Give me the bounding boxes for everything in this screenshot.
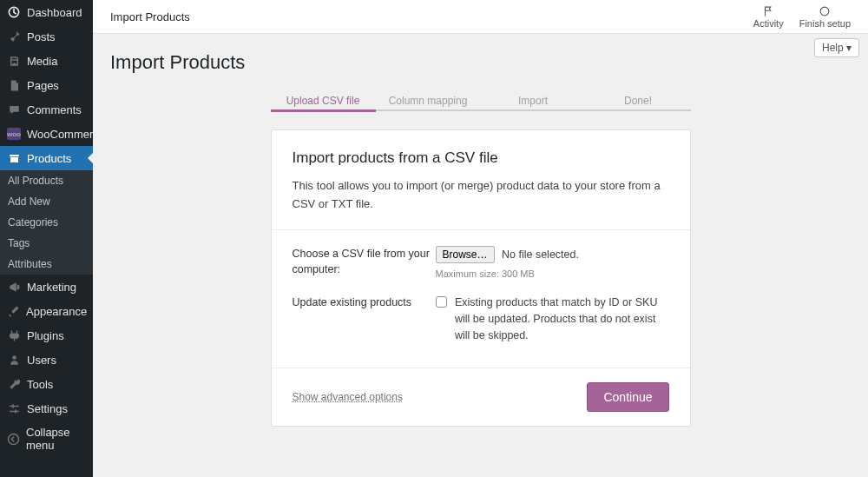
step-import: Import (481, 95, 586, 114)
submenu-categories[interactable]: Categories (0, 212, 93, 233)
card-title-rest: from a CSV file (398, 149, 497, 166)
menu-settings[interactable]: Settings (0, 396, 93, 421)
step-upload: Upload CSV file (271, 95, 376, 114)
menu-collapse[interactable]: Collapse menu (0, 421, 93, 457)
flag-icon (761, 5, 775, 17)
user-icon (7, 353, 21, 367)
card-title: Import products from a CSV file (293, 149, 669, 167)
activity-label: Activity (753, 18, 784, 29)
content-wrap: Import Products Upload CSV file Column m… (93, 34, 868, 442)
card-footer: Show advanced options Continue (272, 368, 690, 426)
field-update-control: Existing products that match by ID or SK… (436, 295, 669, 345)
field-file: Choose a CSV file from your computer: Br… (293, 246, 669, 279)
media-icon (7, 54, 21, 68)
step-done: Done! (586, 95, 691, 114)
menu-label: Products (27, 152, 71, 165)
card-header: Import products from a CSV file This too… (272, 130, 690, 230)
dashboard-icon (7, 5, 21, 19)
browse-button[interactable]: Browse… (436, 246, 495, 263)
menu-label: Posts (27, 30, 56, 43)
progress-steps: Upload CSV file Column mapping Import Do… (271, 95, 691, 114)
topbar: Import Products Activity Finish setup (93, 0, 868, 34)
svg-point-0 (12, 355, 16, 360)
field-file-label: Choose a CSV file from your computer: (293, 246, 436, 279)
step-label: Upload CSV file (271, 95, 376, 107)
menu-label: Plugins (27, 329, 64, 342)
menu-label: Comments (27, 103, 82, 116)
file-status-text: No file selected. (502, 248, 579, 261)
card-description: This tool allows you to import (or merge… (293, 177, 669, 214)
brush-icon (7, 304, 20, 318)
submenu-tags[interactable]: Tags (0, 233, 93, 254)
menu-label: Users (27, 354, 56, 367)
finish-setup-label: Finish setup (799, 18, 851, 29)
products-submenu: All Products Add New Categories Tags Att… (0, 170, 93, 275)
admin-sidebar: Dashboard Posts Media Pages Comments woo… (0, 0, 93, 477)
comment-icon (7, 103, 21, 116)
circle-icon (818, 5, 832, 17)
breadcrumb: Import Products (110, 10, 190, 23)
page-icon (7, 78, 21, 92)
update-desc-text: Existing products that match by ID or SK… (455, 295, 667, 345)
menu-products[interactable]: Products (0, 146, 93, 170)
page-title: Import Products (110, 51, 851, 74)
menu-label: Dashboard (27, 6, 82, 19)
card-body: Choose a CSV file from your computer: Br… (272, 230, 690, 368)
megaphone-icon (7, 280, 21, 294)
continue-button[interactable]: Continue (587, 382, 668, 412)
wrench-icon (7, 377, 21, 391)
step-mapping: Column mapping (376, 95, 481, 114)
menu-label: Tools (27, 378, 53, 391)
field-update: Update existing products Existing produc… (293, 295, 669, 345)
menu-marketing[interactable]: Marketing (0, 275, 93, 299)
plug-icon (7, 328, 21, 342)
submenu-attributes[interactable]: Attributes (0, 254, 93, 275)
sliders-icon (7, 401, 21, 415)
menu-label: Pages (27, 79, 59, 92)
menu-label: Media (27, 55, 57, 68)
activity-button[interactable]: Activity (753, 5, 784, 29)
menu-label: Settings (27, 402, 68, 415)
main-area: Import Products Activity Finish setup He… (93, 0, 868, 477)
submenu-all-products[interactable]: All Products (0, 170, 93, 191)
max-size-text: Maximum size: 300 MB (436, 268, 669, 279)
submenu-add-new[interactable]: Add New (0, 191, 93, 212)
menu-posts[interactable]: Posts (0, 24, 93, 49)
woo-icon: woo (7, 127, 21, 141)
archive-icon (7, 151, 21, 165)
menu-dashboard[interactable]: Dashboard (0, 0, 93, 24)
menu-pages[interactable]: Pages (0, 73, 93, 97)
import-card: Import products from a CSV file This too… (271, 129, 691, 427)
update-checkbox[interactable] (436, 296, 447, 308)
menu-woocommerce[interactable]: woo WooCommerce (0, 122, 93, 146)
menu-users[interactable]: Users (0, 348, 93, 372)
menu-label: Appearance (26, 305, 87, 318)
svg-point-2 (820, 7, 829, 16)
import-wizard: Upload CSV file Column mapping Import Do… (271, 95, 691, 427)
field-file-control: Browse… No file selected. Maximum size: … (436, 246, 669, 279)
step-label: Done! (586, 95, 691, 107)
step-label: Column mapping (376, 95, 481, 107)
step-label: Import (481, 95, 586, 107)
finish-setup-button[interactable]: Finish setup (799, 5, 851, 29)
menu-plugins[interactable]: Plugins (0, 323, 93, 348)
menu-appearance[interactable]: Appearance (0, 299, 93, 323)
menu-media[interactable]: Media (0, 49, 93, 73)
menu-label: Collapse menu (26, 426, 86, 452)
field-update-label: Update existing products (293, 295, 436, 345)
menu-tools[interactable]: Tools (0, 372, 93, 396)
collapse-icon (7, 432, 20, 446)
pin-icon (7, 30, 21, 43)
show-advanced-link[interactable]: Show advanced options (293, 391, 403, 403)
svg-point-1 (9, 434, 19, 444)
card-title-bold: Import products (293, 149, 395, 166)
menu-comments[interactable]: Comments (0, 97, 93, 122)
menu-label: Marketing (27, 281, 76, 294)
